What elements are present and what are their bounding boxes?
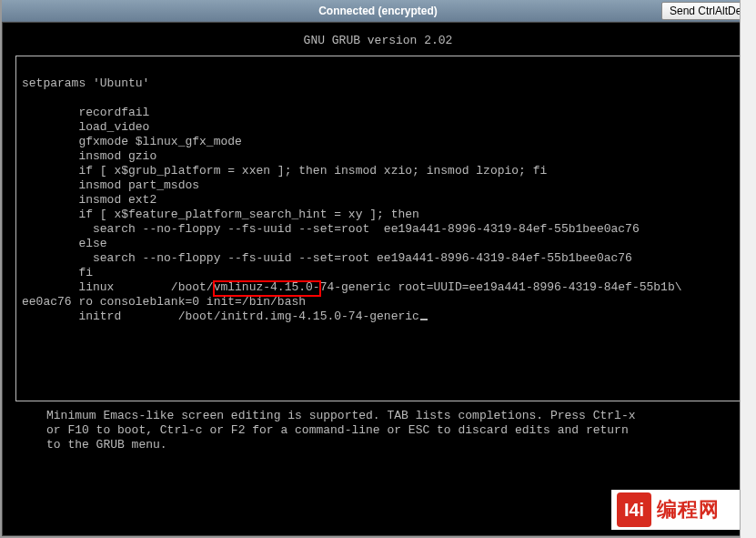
vnc-window: Connected (encrypted) Send CtrlAltDel GN… <box>0 0 756 538</box>
send-ctrl-alt-del-label: Send CtrlAltDel <box>670 5 744 17</box>
grub-line: fi <box>22 266 93 279</box>
grub-help-text: Minimum Emacs-like screen editing is sup… <box>12 409 744 452</box>
watermark-text: 编程网 <box>657 502 720 517</box>
console-screen[interactable]: GNU GRUB version 2.02 setparams 'Ubuntu'… <box>2 22 754 536</box>
grub-line: insmod gzio <box>22 149 156 163</box>
grub-line: gfxmode $linux_gfx_mode <box>22 135 242 148</box>
grub-line: insmod part_msdos <box>22 178 199 192</box>
send-ctrl-alt-del-button[interactable]: Send CtrlAltDel <box>661 2 752 20</box>
grub-line: else <box>22 237 107 250</box>
grub-line: linux /boot/vmlinuz-4.15.0-74-generic ro… <box>22 280 682 294</box>
vertical-scrollbar[interactable] <box>740 0 756 538</box>
connection-status: Connected (encrypted) <box>318 5 438 17</box>
grub-line: if [ x$grub_platform = xxen ]; then insm… <box>22 164 547 178</box>
grub-header: GNU GRUB version 2.02 <box>12 28 744 54</box>
grub-line: load_video <box>22 120 149 134</box>
grub-line: search --no-floppy --fs-uuid --set=root … <box>22 222 640 236</box>
watermark: I4i 编程网 <box>611 490 748 530</box>
grub-line: ee0ac76 ro consoleblank=0 init=/bin/bash <box>22 295 306 309</box>
watermark-logo-icon: I4i <box>617 492 651 527</box>
grub-line: insmod ext2 <box>22 193 156 207</box>
grub-line: if [ x$feature_platform_search_hint = xy… <box>22 208 419 221</box>
titlebar: Connected (encrypted) Send CtrlAltDel <box>2 0 754 22</box>
grub-line: initrd /boot/initrd.img-4.15.0-74-generi… <box>22 310 419 323</box>
grub-line: setparams 'Ubuntu' <box>22 76 149 90</box>
grub-line: search --no-floppy --fs-uuid --set=root … <box>22 251 632 265</box>
grub-line: recordfail <box>22 106 149 119</box>
text-cursor <box>420 319 428 320</box>
grub-edit-box[interactable]: setparams 'Ubuntu' recordfail load_video… <box>15 56 741 401</box>
